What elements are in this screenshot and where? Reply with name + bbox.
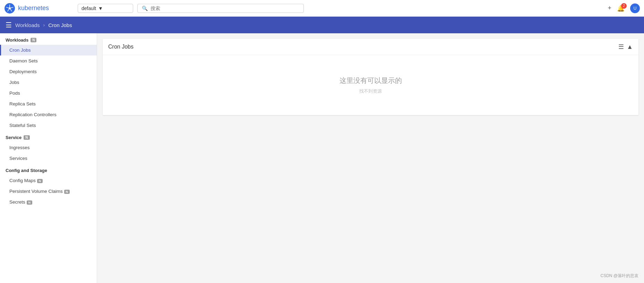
namespace-selector[interactable]: default ▼ xyxy=(78,4,133,13)
sidebar-workloads-badge: N xyxy=(31,38,36,42)
chevron-down-icon: ▼ xyxy=(98,6,103,11)
sidebar-item-config-maps[interactable]: Config Maps N xyxy=(0,175,97,186)
sidebar-item-jobs[interactable]: Jobs xyxy=(0,77,97,88)
sidebar-section-service-label: Service xyxy=(6,135,22,140)
avatar[interactable]: U xyxy=(630,3,640,13)
sidebar-item-persistent-volume-claims[interactable]: Persistent Volume Claims N xyxy=(0,186,97,197)
cron-jobs-card: Cron Jobs ☰ ▲ 这里没有可以显示的 找不到资源 xyxy=(103,39,638,115)
pvc-badge: N xyxy=(64,190,70,194)
search-input[interactable] xyxy=(151,6,299,11)
kubernetes-logo-icon xyxy=(4,3,15,14)
breadcrumb-current: Cron Jobs xyxy=(48,22,72,28)
sidebar-section-config: Config and Storage xyxy=(0,164,97,175)
empty-state: 这里没有可以显示的 找不到资源 xyxy=(103,55,638,115)
svg-point-1 xyxy=(9,7,11,9)
topbar-actions: + 🔔 2 U xyxy=(608,3,640,13)
secrets-badge: N xyxy=(27,200,33,205)
main-layout: Workloads N Cron Jobs Daemon Sets Deploy… xyxy=(0,33,644,283)
breadcrumb-bar: ☰ Workloads › Cron Jobs xyxy=(0,17,644,33)
namespace-value: default xyxy=(81,6,96,11)
notifications-button[interactable]: 🔔 2 xyxy=(617,5,625,12)
card-actions: ☰ ▲ xyxy=(618,43,633,51)
breadcrumb-separator: › xyxy=(43,22,45,28)
logo-area: kubernetes xyxy=(4,3,74,14)
sidebar-item-deployments[interactable]: Deployments xyxy=(0,66,97,77)
notification-badge: 2 xyxy=(621,3,627,9)
breadcrumb-parent[interactable]: Workloads xyxy=(15,22,40,28)
sidebar-item-stateful-sets[interactable]: Stateful Sets xyxy=(0,120,97,131)
search-icon: 🔍 xyxy=(142,6,148,11)
watermark: CSDN @落叶的悲哀 xyxy=(600,273,638,279)
sidebar-item-cron-jobs[interactable]: Cron Jobs xyxy=(0,45,97,55)
sidebar-section-service: Service N xyxy=(0,131,97,142)
sidebar-item-daemon-sets[interactable]: Daemon Sets xyxy=(0,55,97,66)
logo-text: kubernetes xyxy=(18,5,49,12)
empty-sub-text: 找不到资源 xyxy=(359,88,382,94)
sidebar-item-ingresses[interactable]: Ingresses xyxy=(0,142,97,153)
sidebar-item-replica-sets[interactable]: Replica Sets xyxy=(0,98,97,109)
sidebar-section-workloads-label: Workloads xyxy=(6,37,28,43)
menu-icon[interactable]: ☰ xyxy=(6,21,12,29)
collapse-icon[interactable]: ▲ xyxy=(627,43,633,51)
sidebar-section-workloads: Workloads N xyxy=(0,33,97,45)
sidebar-item-secrets[interactable]: Secrets N xyxy=(0,197,97,207)
topbar: kubernetes default ▼ 🔍 + 🔔 2 U xyxy=(0,0,644,17)
add-button[interactable]: + xyxy=(608,5,611,12)
empty-main-text: 这里没有可以显示的 xyxy=(340,76,402,85)
sidebar-service-badge: N xyxy=(24,135,29,140)
content-area: Cron Jobs ☰ ▲ 这里没有可以显示的 找不到资源 xyxy=(97,33,644,283)
sidebar-item-replication-controllers[interactable]: Replication Controllers xyxy=(0,109,97,120)
sidebar: Workloads N Cron Jobs Daemon Sets Deploy… xyxy=(0,33,97,283)
sidebar-item-services[interactable]: Services xyxy=(0,153,97,164)
search-bar: 🔍 xyxy=(137,4,304,13)
sidebar-item-pods[interactable]: Pods xyxy=(0,88,97,98)
card-title: Cron Jobs xyxy=(108,44,134,50)
card-header: Cron Jobs ☰ ▲ xyxy=(103,39,638,55)
config-maps-badge: N xyxy=(37,179,43,183)
filter-icon[interactable]: ☰ xyxy=(618,43,624,51)
sidebar-section-config-label: Config and Storage xyxy=(6,168,47,173)
